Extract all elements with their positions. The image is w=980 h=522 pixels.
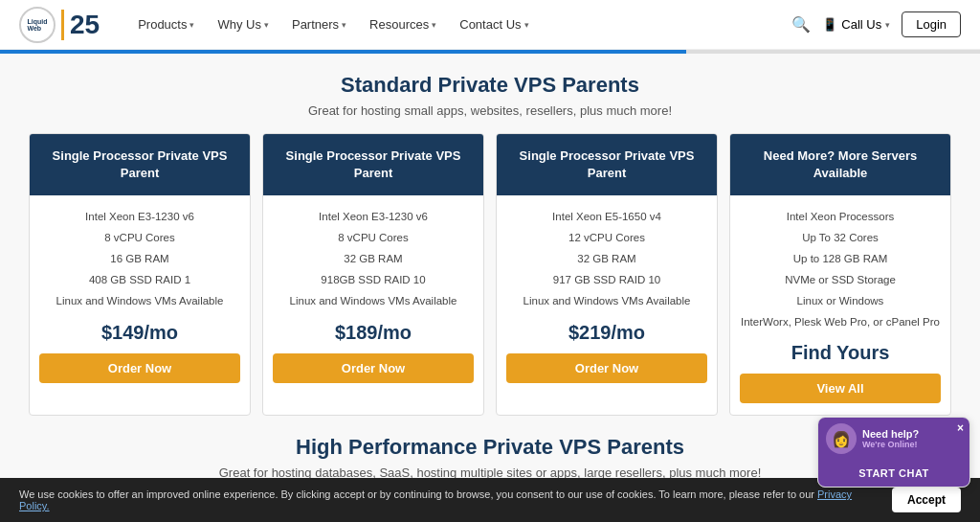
chat-title: Need help? — [862, 428, 919, 440]
standard-card-1-price: $149/mo — [101, 322, 178, 344]
chat-widget: 👩 Need help? We're Online! × START CHAT — [817, 417, 970, 488]
chevron-down-icon: ▾ — [524, 20, 529, 30]
standard-card-4-view-button[interactable]: View All — [740, 374, 941, 403]
standard-cards-grid: Single Processor Private VPS Parent Inte… — [29, 133, 951, 416]
chevron-down-icon: ▾ — [885, 20, 890, 30]
chevron-down-icon: ▾ — [189, 20, 194, 30]
cookie-text: We use cookies to offer an improved onli… — [19, 488, 873, 511]
standard-card-2-body: Intel Xeon E3-1230 v68 vCPU Cores32 GB R… — [263, 195, 483, 415]
nav-links: Products ▾ Why Us ▾ Partners ▾ Resources… — [128, 11, 791, 37]
standard-section: Standard Private VPS Parents Great for h… — [29, 73, 951, 416]
standard-card-2-price: $189/mo — [335, 322, 412, 344]
call-us-button[interactable]: 📱 Call Us ▾ — [822, 17, 890, 32]
close-icon[interactable]: × — [957, 421, 964, 435]
standard-card-3-body: Intel Xeon E5-1650 v412 vCPU Cores32 GB … — [497, 195, 717, 415]
standard-card-3-header: Single Processor Private VPS Parent — [497, 134, 717, 195]
standard-card-4-price: Find Yours — [791, 342, 890, 364]
standard-card-1-header: Single Processor Private VPS Parent — [30, 134, 250, 195]
standard-card-1-order-button[interactable]: Order Now — [39, 353, 240, 383]
logo[interactable]: LiquidWeb 25 — [19, 7, 100, 43]
standard-card-3-specs: Intel Xeon E5-1650 v412 vCPU Cores32 GB … — [523, 207, 691, 311]
nav-contact[interactable]: Contact Us ▾ — [450, 11, 538, 37]
standard-card-2-order-button[interactable]: Order Now — [273, 353, 474, 383]
standard-card-4: Need More? More Servers Available Intel … — [729, 133, 951, 416]
standard-card-4-body: Intel Xeon ProcessorsUp To 32 CoresUp to… — [730, 195, 950, 415]
standard-card-3-price: $219/mo — [568, 322, 645, 344]
nav-why-us[interactable]: Why Us ▾ — [208, 11, 278, 37]
navigation: LiquidWeb 25 Products ▾ Why Us ▾ Partner… — [0, 0, 980, 50]
nav-resources[interactable]: Resources ▾ — [360, 11, 446, 37]
standard-card-3-order-button[interactable]: Order Now — [506, 353, 707, 383]
logo-25: 25 — [61, 10, 100, 40]
nav-products[interactable]: Products ▾ — [128, 11, 204, 37]
accept-cookie-button[interactable]: Accept — [892, 488, 961, 512]
standard-card-2-specs: Intel Xeon E3-1230 v68 vCPU Cores32 GB R… — [290, 207, 457, 311]
standard-card-4-specs: Intel Xeon ProcessorsUp To 32 CoresUp to… — [741, 207, 940, 332]
chevron-down-icon: ▾ — [264, 20, 269, 30]
nav-partners[interactable]: Partners ▾ — [282, 11, 356, 37]
standard-card-1-specs: Intel Xeon E3-1230 v68 vCPU Cores16 GB R… — [56, 207, 224, 311]
chat-status: We're Online! — [862, 440, 919, 449]
chevron-down-icon: ▾ — [342, 20, 346, 30]
standard-card-2: Single Processor Private VPS Parent Inte… — [262, 133, 484, 416]
standard-card-3: Single Processor Private VPS Parent Inte… — [496, 133, 718, 416]
phone-icon: 📱 — [822, 17, 837, 32]
start-chat-button[interactable]: START CHAT — [818, 460, 969, 487]
login-button[interactable]: Login — [902, 11, 961, 37]
standard-card-2-header: Single Processor Private VPS Parent — [263, 134, 483, 195]
search-icon[interactable]: 🔍 — [791, 15, 811, 34]
standard-card-4-header: Need More? More Servers Available — [730, 134, 950, 195]
standard-section-title: Standard Private VPS Parents — [29, 73, 951, 98]
high-perf-section-title: High Performance Private VPS Parents — [29, 435, 951, 460]
nav-actions: 🔍 📱 Call Us ▾ Login — [791, 11, 961, 37]
chevron-down-icon: ▾ — [432, 20, 436, 30]
standard-card-1-body: Intel Xeon E3-1230 v68 vCPU Cores16 GB R… — [30, 195, 250, 415]
chat-header: 👩 Need help? We're Online! × — [818, 418, 969, 460]
standard-card-1: Single Processor Private VPS Parent Inte… — [29, 133, 251, 416]
chat-info: Need help? We're Online! — [862, 428, 919, 449]
chat-avatar: 👩 — [826, 423, 857, 454]
standard-section-subtitle: Great for hosting small apps, websites, … — [29, 103, 951, 118]
logo-icon: LiquidWeb — [19, 7, 56, 43]
